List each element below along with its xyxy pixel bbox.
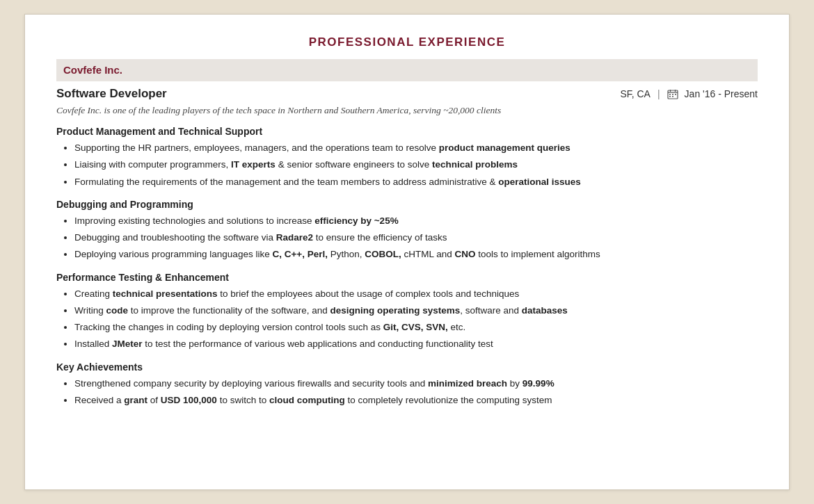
list-item: Received a grant of USD 100,000 to switc… bbox=[74, 393, 758, 407]
svg-rect-8 bbox=[672, 96, 673, 97]
bullet-list: Strengthened company security by deployi… bbox=[74, 377, 758, 408]
bold-text: technical presentations bbox=[113, 288, 218, 299]
svg-rect-7 bbox=[669, 96, 671, 97]
bold-text: minimized breach bbox=[428, 378, 507, 389]
bold-text: COBOL, bbox=[365, 249, 401, 259]
bold-text: USD 100,000 bbox=[161, 395, 217, 405]
normal-text: Formulating the requirements of the mana… bbox=[74, 177, 498, 187]
normal-text: tools to implement algorithms bbox=[476, 249, 600, 259]
normal-text: to ensure the efficiency of tasks bbox=[313, 232, 447, 243]
job-title: Software Developer bbox=[56, 87, 167, 101]
bold-text: Git, CVS, SVN, bbox=[383, 322, 448, 332]
bullet-list: Supporting the HR partners, employees, m… bbox=[74, 141, 758, 189]
normal-text: & senior software engineers to solve bbox=[276, 159, 432, 170]
bold-text: code bbox=[106, 305, 129, 316]
subsection-title: Product Management and Technical Support bbox=[56, 126, 758, 137]
list-item: Installed JMeter to test the performance… bbox=[74, 337, 758, 351]
list-item: Debugging and troubleshooting the softwa… bbox=[74, 231, 758, 245]
normal-text: of bbox=[147, 395, 161, 405]
normal-text: etc. bbox=[448, 322, 466, 332]
list-item: Improving existing technologies and solu… bbox=[74, 214, 758, 228]
normal-text: to brief the employees about the usage o… bbox=[218, 288, 520, 299]
resume-page: PROFESSIONAL EXPERIENCE Covfefe Inc. Sof… bbox=[24, 14, 790, 490]
normal-text: Tracking the changes in coding by deploy… bbox=[74, 322, 383, 332]
svg-rect-4 bbox=[669, 94, 671, 95]
subsection-title: Performance Testing & Enhancement bbox=[56, 272, 758, 283]
normal-text: Creating bbox=[74, 288, 113, 299]
bold-text: cloud computing bbox=[269, 395, 345, 405]
svg-rect-5 bbox=[672, 94, 673, 95]
bold-text: JMeter bbox=[112, 339, 143, 349]
normal-text: to completely revolutionize the computin… bbox=[345, 395, 552, 405]
section-title: PROFESSIONAL EXPERIENCE bbox=[56, 35, 758, 49]
normal-text: to improve the functionality of the soft… bbox=[128, 305, 330, 316]
bold-text: grant bbox=[124, 395, 147, 405]
svg-rect-6 bbox=[675, 94, 676, 95]
bold-text: efficiency by ~25% bbox=[314, 216, 398, 226]
company-name: Covfefe Inc. bbox=[63, 64, 122, 76]
normal-text: Debugging and troubleshooting the softwa… bbox=[74, 232, 276, 243]
normal-text: to test the performance of various web a… bbox=[143, 339, 493, 349]
bold-text: IT experts bbox=[231, 159, 276, 170]
bold-text: 99.99% bbox=[522, 378, 554, 389]
job-meta: SF, CA | Jan '16 - Present bbox=[620, 88, 758, 99]
list-item: Supporting the HR partners, employees, m… bbox=[74, 141, 758, 155]
job-title-row: Software Developer SF, CA | Jan '16 - Pr… bbox=[56, 87, 758, 101]
list-item: Formulating the requirements of the mana… bbox=[74, 175, 758, 189]
company-description: Covfefe Inc. is one of the leading playe… bbox=[56, 105, 758, 116]
normal-text: Deploying various programming languages … bbox=[74, 249, 272, 259]
normal-text: Installed bbox=[74, 339, 112, 349]
subsection-title: Debugging and Programming bbox=[56, 199, 758, 210]
normal-text: Improving existing technologies and solu… bbox=[74, 216, 314, 226]
list-item: Creating technical presentations to brie… bbox=[74, 287, 758, 301]
normal-text: cHTML and bbox=[401, 249, 455, 259]
bold-text: product management queries bbox=[439, 143, 570, 153]
job-date-range: Jan '16 - Present bbox=[685, 88, 758, 99]
bold-text: C, C++, Perl, bbox=[272, 249, 328, 259]
bold-text: operational issues bbox=[498, 177, 581, 187]
normal-text: by bbox=[507, 378, 522, 389]
job-location: SF, CA bbox=[620, 88, 651, 99]
bold-text: Radare2 bbox=[276, 232, 313, 243]
company-header: Covfefe Inc. bbox=[56, 59, 758, 81]
bold-text: CNO bbox=[455, 249, 476, 259]
list-item: Writing code to improve the functionalit… bbox=[74, 304, 758, 318]
subsections-container: Product Management and Technical Support… bbox=[56, 126, 758, 407]
separator: | bbox=[657, 88, 660, 99]
normal-text: Supporting the HR partners, employees, m… bbox=[74, 143, 439, 153]
normal-text: Writing bbox=[74, 305, 106, 316]
bullet-list: Creating technical presentations to brie… bbox=[74, 287, 758, 352]
calendar-icon bbox=[667, 89, 678, 99]
normal-text: , software and bbox=[460, 305, 522, 316]
list-item: Deploying various programming languages … bbox=[74, 247, 758, 261]
list-item: Strengthened company security by deployi… bbox=[74, 377, 758, 391]
normal-text: Python, bbox=[328, 249, 365, 259]
normal-text: Liaising with computer programmers, bbox=[74, 159, 231, 170]
normal-text: Received a bbox=[74, 395, 124, 405]
bullet-list: Improving existing technologies and solu… bbox=[74, 214, 758, 262]
subsection-title: Key Achievements bbox=[56, 361, 758, 373]
normal-text: to switch to bbox=[217, 395, 269, 405]
bold-text: technical problems bbox=[432, 159, 518, 170]
bold-text: designing operating systems bbox=[330, 305, 460, 316]
list-item: Liaising with computer programmers, IT e… bbox=[74, 158, 758, 172]
normal-text: Strengthened company security by deployi… bbox=[74, 378, 428, 389]
bold-text: databases bbox=[522, 305, 568, 316]
list-item: Tracking the changes in coding by deploy… bbox=[74, 320, 758, 334]
